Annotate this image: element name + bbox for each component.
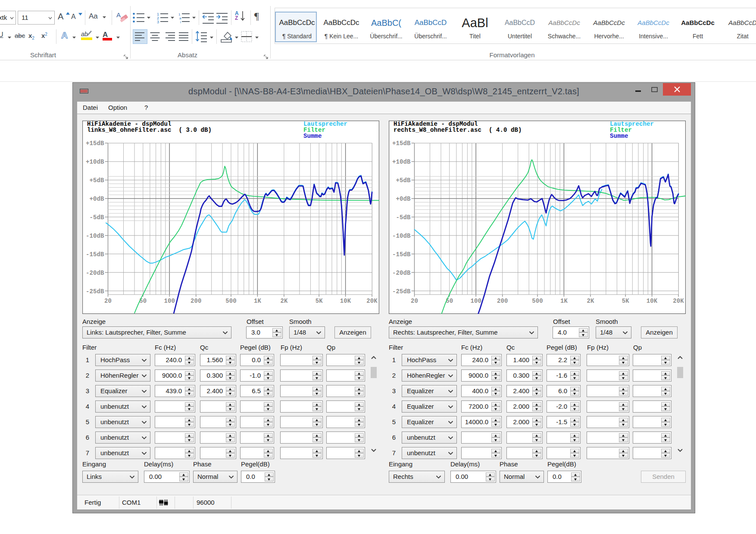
svg-text:+15dB: +15dB: [86, 140, 104, 147]
svg-text:Summe: Summe: [610, 133, 628, 140]
svg-text:-25dB: -25dB: [86, 288, 104, 295]
svg-text:+10dB: +10dB: [392, 158, 411, 165]
svg-text:10K: 10K: [340, 298, 351, 304]
svg-text:1K: 1K: [254, 298, 262, 304]
svg-text:20: 20: [104, 298, 112, 304]
svg-text:i: i: [180, 20, 181, 24]
svg-text:a: a: [179, 16, 181, 20]
svg-text:+10dB: +10dB: [86, 158, 104, 165]
svg-text:-20dB: -20dB: [392, 270, 411, 276]
svg-text:+0dB: +0dB: [396, 196, 411, 202]
svg-text:+5dB: +5dB: [396, 177, 411, 184]
svg-text:-20dB: -20dB: [86, 270, 104, 276]
svg-text:1: 1: [178, 12, 181, 16]
svg-text:links_W8_ohneFilter.asc ( 3.0: links_W8_ohneFilter.asc ( 3.0 dB): [87, 127, 212, 134]
svg-text:10K: 10K: [647, 298, 658, 304]
svg-text:+15dB: +15dB: [392, 140, 411, 147]
svg-text:50: 50: [139, 298, 147, 304]
svg-text:-10dB: -10dB: [86, 233, 104, 239]
svg-text:100: 100: [470, 298, 481, 304]
svg-text:2K: 2K: [280, 298, 288, 304]
svg-text:3: 3: [157, 20, 159, 24]
svg-text:Summe: Summe: [303, 133, 322, 140]
svg-text:500: 500: [225, 298, 237, 304]
svg-text:rechts_W8_ohneFilter.asc ( 4.: rechts_W8_ohneFilter.asc ( 4.0 dB): [394, 127, 522, 134]
svg-text:-5dB: -5dB: [396, 214, 411, 221]
svg-text:500: 500: [532, 298, 543, 304]
svg-text:5K: 5K: [622, 298, 630, 304]
svg-text:+5dB: +5dB: [89, 177, 104, 184]
svg-text:1K: 1K: [560, 298, 568, 304]
svg-text:-15dB: -15dB: [392, 251, 411, 258]
svg-text:-15dB: -15dB: [86, 251, 104, 258]
svg-text:100: 100: [164, 298, 175, 304]
svg-text:2K: 2K: [587, 298, 594, 304]
svg-text:50: 50: [446, 298, 453, 304]
svg-text:-5dB: -5dB: [89, 214, 104, 221]
svg-text:5K: 5K: [316, 298, 323, 304]
svg-text:20: 20: [411, 298, 418, 304]
svg-text:200: 200: [497, 298, 508, 304]
svg-text:20K: 20K: [673, 298, 684, 304]
svg-text:-25dB: -25dB: [392, 288, 411, 295]
svg-text:-10dB: -10dB: [392, 233, 411, 239]
svg-text:200: 200: [191, 298, 202, 304]
svg-text:20K: 20K: [366, 298, 378, 304]
svg-text:+0dB: +0dB: [89, 196, 104, 202]
